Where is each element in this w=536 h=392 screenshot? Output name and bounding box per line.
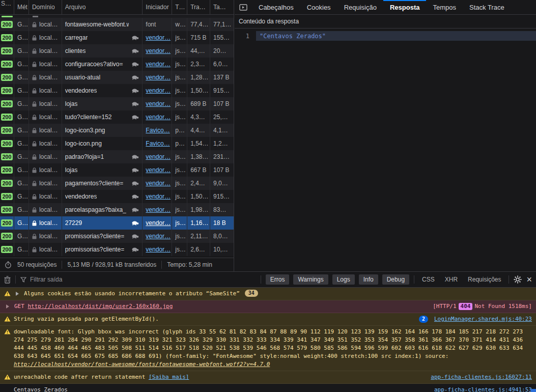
- initiator-link[interactable]: Favico…: [146, 127, 170, 134]
- status-badge: 200: [1, 47, 13, 54]
- table-row[interactable]: 200 G… local… lojas vendor… js… 667 B 10…: [0, 163, 234, 177]
- tab-request[interactable]: Requisição: [337, 0, 383, 14]
- tab-response[interactable]: Resposta: [383, 0, 427, 14]
- console-message-404-error: GET http://localhost/dist/img/user2-160x…: [0, 300, 536, 313]
- table-row[interactable]: 200 G… local… logo-icon.png Favico… p… 1…: [0, 137, 234, 150]
- learn-more-link[interactable]: [Saiba mais]: [149, 374, 189, 380]
- table-row[interactable]: 200 G… local… vendedores vendor… js… 1,5…: [0, 190, 234, 203]
- console-messages: Alguns cookies estão usando incorretamen…: [0, 288, 536, 392]
- column-header-size[interactable]: Ta…: [210, 0, 234, 14]
- table-row[interactable]: 200 G… local… promissorias?cliente= vend…: [0, 230, 234, 243]
- turtle-icon: [131, 62, 139, 67]
- size-cell: 4,1…: [210, 124, 234, 137]
- initiator-link[interactable]: Favico…: [146, 140, 170, 147]
- table-row[interactable]: 200 G… local… padrao?loja=1 vendor… js… …: [0, 150, 234, 163]
- initiator-link[interactable]: vendor…: [146, 166, 171, 174]
- expand-caret-icon[interactable]: [16, 292, 19, 296]
- request-url-link[interactable]: http://localhost/dist/img/user2-160x160.…: [28, 303, 173, 310]
- type-cell: js…: [172, 230, 187, 243]
- tab-stack-trace[interactable]: Stack Trace: [463, 0, 511, 14]
- method-cell: G…: [14, 71, 29, 84]
- console-message-empty-string-warning: String vazia passada para getElementById…: [0, 313, 536, 326]
- initiator-link[interactable]: vendor…: [146, 114, 171, 121]
- response-content-section-header[interactable]: Conteúdo da resposta: [235, 15, 536, 29]
- initiator-link[interactable]: vendor…: [146, 47, 171, 54]
- table-row[interactable]: 200 G… local… promissorias?cliente= vend…: [0, 243, 234, 256]
- initiator-link[interactable]: vendor…: [146, 219, 171, 227]
- transferred-cell: 1,16…: [187, 216, 210, 230]
- divider: [15, 275, 16, 284]
- close-console-icon[interactable]: ×: [526, 276, 532, 283]
- initiator-link[interactable]: vendor…: [146, 206, 171, 213]
- initiator-link[interactable]: vendor…: [146, 87, 171, 94]
- table-row[interactable]: 200 G… local… clientes vendor… js… 44,… …: [0, 44, 234, 58]
- scrollbar-thumb[interactable]: [531, 389, 536, 392]
- initiator-link[interactable]: vendor…: [146, 61, 171, 68]
- column-header-file[interactable]: Arquivo: [62, 0, 143, 14]
- console-filter-input[interactable]: Filtrar saída: [20, 276, 256, 283]
- source-location-link[interactable]: app-ficha-clientes.js:16027:11: [431, 374, 532, 380]
- expand-caret-icon[interactable]: [6, 304, 9, 309]
- console-settings-gear-icon[interactable]: [514, 275, 522, 284]
- size-cell: 915…: [210, 190, 234, 203]
- table-row[interactable]: 200 G… local… logo-icon3.png Favico… p… …: [0, 124, 234, 137]
- table-row[interactable]: 200 G… local… lojas vendor… js… 689 B 10…: [0, 97, 234, 110]
- table-row[interactable]: 200 G… local… carregar vendor… js… 715 B…: [0, 31, 234, 44]
- table-row[interactable]: 200 G… local… tudo?cliente=152 vendor… j…: [0, 110, 234, 124]
- filter-info-button[interactable]: Info: [359, 274, 378, 285]
- initiator-link[interactable]: vendor…: [146, 100, 171, 107]
- filter-xhr-button[interactable]: XHR: [445, 276, 458, 283]
- transferred-cell: 715 B: [187, 31, 210, 44]
- column-header-status[interactable]: S…: [0, 0, 14, 14]
- domain-cell: local…: [39, 47, 58, 54]
- filter-css-button[interactable]: CSS: [422, 276, 435, 283]
- initiator-link[interactable]: vendor…: [146, 233, 171, 240]
- column-header-method[interactable]: Mét: [14, 0, 29, 14]
- split-pane-toggle-icon[interactable]: [235, 0, 252, 14]
- status-badge: 200: [1, 100, 13, 107]
- response-value[interactable]: "Centavos Zerados": [256, 31, 536, 41]
- filter-errors-button[interactable]: Erros: [266, 274, 290, 285]
- size-cell: 18 B: [210, 216, 234, 230]
- filter-debug-button[interactable]: Debug: [382, 274, 409, 285]
- table-row[interactable]: 200 G… local… fontawesome-webfont.wo fon…: [0, 18, 234, 31]
- filter-logs-button[interactable]: Logs: [332, 274, 355, 285]
- column-header-transferred[interactable]: Tra…: [187, 0, 210, 14]
- file-cell: logo-icon3.png: [65, 127, 105, 134]
- tab-timings[interactable]: Tempos: [426, 0, 463, 14]
- source-location-link[interactable]: LoginManager.shared.mjs:40:23: [434, 316, 532, 322]
- transferred-cell: 2,11…: [187, 230, 210, 243]
- source-location-link[interactable]: app-ficha-clientes.js:4941:53: [434, 386, 532, 392]
- table-row[interactable]: 200 G… local… pagamentos?cliente= vendor…: [0, 177, 234, 190]
- type-cell: p…: [172, 137, 187, 150]
- tab-headers[interactable]: Cabeçalhos: [252, 0, 300, 14]
- method-cell: G…: [14, 58, 29, 71]
- domain-cell: local…: [39, 153, 58, 160]
- table-row[interactable]: 200 G… local… vendedores vendor… js… 1,5…: [0, 84, 234, 97]
- clear-console-icon[interactable]: [4, 276, 11, 284]
- column-header-domain[interactable]: Domínio: [29, 0, 62, 14]
- file-cell: fontawesome-webfont.wo: [65, 21, 129, 28]
- network-panel: S… Mét Domínio Arquivo Iniciador T… Tra……: [0, 0, 234, 271]
- performance-analysis-icon[interactable]: [4, 261, 12, 269]
- status-badge: 200: [1, 114, 13, 121]
- table-row[interactable]: 200 G… local… 27229 vendor… js… 1,16… 18…: [0, 216, 234, 230]
- table-row[interactable]: 200 G… local… usuario-atual vendor… js… …: [0, 71, 234, 84]
- initiator-link[interactable]: vendor…: [146, 34, 171, 41]
- filter-requests-button[interactable]: Requisições: [468, 276, 501, 283]
- initiator-link[interactable]: vendor…: [146, 246, 171, 253]
- initiator-link[interactable]: vendor…: [146, 193, 171, 200]
- font-source-link[interactable]: http://localhost/vendor/font-awesome/fon…: [14, 361, 270, 368]
- column-header-initiator[interactable]: Iniciador: [143, 0, 172, 14]
- column-header-type[interactable]: T…: [172, 0, 187, 14]
- initiator-link[interactable]: vendor…: [146, 74, 171, 81]
- tab-cookies[interactable]: Cookies: [300, 0, 337, 14]
- table-row[interactable]: 200 G… local… configuracoes?ativo= vendo…: [0, 58, 234, 71]
- initiator-link[interactable]: vendor…: [146, 153, 171, 160]
- filter-warnings-button[interactable]: Warnings: [293, 274, 328, 285]
- table-row-partial[interactable]: [0, 15, 234, 18]
- method-cell: G…: [14, 137, 29, 150]
- initiator-link[interactable]: vendor…: [146, 180, 171, 187]
- table-row[interactable]: 200 G… local… parcelaspagas?baixa_ vendo…: [0, 203, 234, 216]
- file-cell: promissorias?cliente=: [65, 246, 124, 253]
